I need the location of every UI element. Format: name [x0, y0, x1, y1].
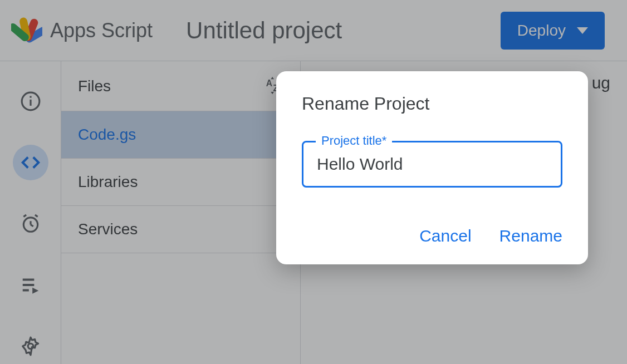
cancel-button[interactable]: Cancel — [419, 227, 471, 245]
dialog-actions: Cancel Rename — [302, 227, 562, 245]
project-title-input[interactable] — [317, 155, 547, 174]
project-title-field-label: Project title* — [316, 134, 392, 148]
project-title-field[interactable]: Project title* — [302, 141, 562, 188]
dialog-title: Rename Project — [302, 94, 562, 114]
rename-project-dialog: Rename Project Project title* Cancel Ren… — [276, 71, 588, 264]
rename-button[interactable]: Rename — [499, 227, 562, 245]
